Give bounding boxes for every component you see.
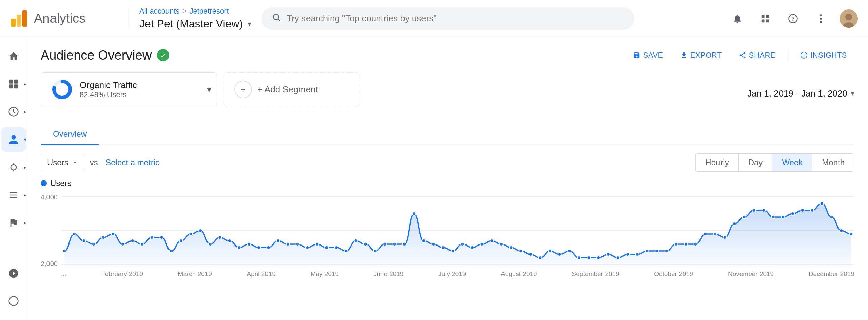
x-label-5: June 2019 xyxy=(374,270,404,278)
svg-point-50 xyxy=(267,246,270,249)
svg-text:?: ? xyxy=(791,16,795,22)
avatar[interactable] xyxy=(840,9,858,28)
app-header: Analytics All accounts > Jetpetresort Je… xyxy=(0,0,868,37)
svg-point-110 xyxy=(849,232,853,236)
svg-point-79 xyxy=(548,249,552,253)
page-header: Audience Overview SAVE xyxy=(41,47,854,63)
x-label-10: November 2019 xyxy=(728,270,774,278)
sidebar-item-acquisition[interactable]: ▸ xyxy=(1,155,26,179)
segment-info: Organic Traffic 82.48% Users xyxy=(80,80,137,99)
svg-point-30 xyxy=(73,232,76,236)
svg-rect-7 xyxy=(762,19,765,22)
sidebar-item-conversions[interactable]: ▸ xyxy=(1,211,26,235)
insights-button[interactable]: INSIGHTS xyxy=(793,47,854,63)
tab-overview[interactable]: Overview xyxy=(41,124,99,145)
save-button[interactable]: SAVE xyxy=(626,47,671,63)
segment-card-organic[interactable]: Organic Traffic 82.48% Users ▾ xyxy=(41,72,217,106)
svg-point-90 xyxy=(655,249,658,253)
chart-controls: Users vs. Select a metric Hourly Day Wee… xyxy=(41,153,854,172)
help-button[interactable]: ? xyxy=(784,9,802,28)
svg-point-37 xyxy=(140,242,144,246)
search-input[interactable] xyxy=(287,13,624,24)
share-button[interactable]: SHARE xyxy=(731,47,783,63)
svg-point-95 xyxy=(704,232,707,236)
segment-name: Organic Traffic xyxy=(80,80,137,90)
legend-label: Users xyxy=(50,178,72,188)
svg-point-73 xyxy=(490,239,493,242)
date-range-arrow-icon: ▾ xyxy=(851,89,854,98)
svg-point-62 xyxy=(383,242,387,246)
svg-point-97 xyxy=(723,236,726,239)
time-granularity: Hourly Day Week Month xyxy=(695,153,854,172)
svg-point-85 xyxy=(607,253,610,256)
x-label-6: July 2019 xyxy=(438,270,466,278)
svg-point-12 xyxy=(820,17,822,19)
more-options-button[interactable] xyxy=(812,9,830,28)
sidebar-item-home[interactable] xyxy=(1,44,26,68)
svg-point-104 xyxy=(791,212,794,215)
sidebar-item-audience[interactable]: ▾ xyxy=(1,127,26,152)
search-bar[interactable] xyxy=(261,7,634,30)
sidebar-behavior-expand-icon: ▸ xyxy=(24,192,26,198)
segment-dropdown-icon[interactable]: ▾ xyxy=(207,84,211,95)
breadcrumb-all[interactable]: All accounts xyxy=(139,7,180,16)
svg-point-56 xyxy=(325,246,328,249)
sidebar-item-discover[interactable] xyxy=(1,289,26,313)
save-label: SAVE xyxy=(643,51,663,60)
svg-point-46 xyxy=(228,239,231,242)
svg-point-106 xyxy=(810,209,814,212)
export-label: EXPORT xyxy=(690,51,722,60)
sidebar-item-behavior[interactable]: ▸ xyxy=(1,183,26,207)
app-body: ▸ ▸ ▾ ▸ ▸ xyxy=(0,37,868,320)
svg-rect-1 xyxy=(17,15,21,27)
vs-label: vs. xyxy=(90,158,100,167)
sidebar: ▸ ▸ ▾ ▸ ▸ xyxy=(0,37,27,320)
svg-point-77 xyxy=(529,253,532,256)
svg-point-38 xyxy=(150,236,154,239)
svg-point-70 xyxy=(461,242,464,246)
add-segment-label: + Add Segment xyxy=(257,84,318,95)
select-metric-link[interactable]: Select a metric xyxy=(105,158,159,167)
share-label: SHARE xyxy=(749,51,775,60)
svg-point-57 xyxy=(335,246,338,249)
date-range-selector[interactable]: Jan 1, 2019 - Jan 1, 2020 ▾ xyxy=(747,88,854,99)
svg-point-107 xyxy=(820,202,824,205)
metric-label: Users xyxy=(47,158,68,167)
sidebar-item-dashboard[interactable]: ▸ xyxy=(1,72,26,96)
grid-button[interactable] xyxy=(756,9,774,28)
x-label-11: December 2019 xyxy=(809,270,854,278)
svg-point-93 xyxy=(684,242,688,246)
metric-dropdown[interactable]: Users xyxy=(41,154,84,171)
gran-btn-week[interactable]: Week xyxy=(772,154,812,171)
svg-point-68 xyxy=(441,246,445,249)
y-axis-top: 4,000 xyxy=(41,193,58,201)
main-content: Audience Overview SAVE xyxy=(27,37,868,320)
svg-point-81 xyxy=(568,249,571,253)
tab-row: Overview xyxy=(41,124,854,145)
sidebar-item-realtime[interactable]: ▸ xyxy=(1,100,26,124)
svg-point-80 xyxy=(558,253,561,256)
export-button[interactable]: EXPORT xyxy=(673,47,729,63)
svg-point-69 xyxy=(451,249,455,253)
gran-btn-day[interactable]: Day xyxy=(739,154,773,171)
notification-button[interactable] xyxy=(728,9,747,28)
app-title: Analytics xyxy=(34,11,85,26)
svg-point-65 xyxy=(412,212,416,215)
x-label-1: February 2019 xyxy=(101,270,143,278)
header-divider xyxy=(129,8,129,29)
metric-dropdown-icon xyxy=(72,159,78,166)
svg-point-11 xyxy=(820,14,822,16)
gran-btn-month[interactable]: Month xyxy=(812,154,854,171)
add-segment-card[interactable]: + + Add Segment xyxy=(224,72,359,106)
breadcrumb-account[interactable]: Jetpetresort xyxy=(189,7,229,16)
account-selector[interactable]: Jet Pet (Master View) ▾ xyxy=(139,18,251,30)
svg-point-51 xyxy=(276,239,280,242)
gran-btn-hourly[interactable]: Hourly xyxy=(696,154,738,171)
x-label-8: September 2019 xyxy=(572,270,619,278)
sidebar-item-attribution[interactable] xyxy=(1,261,26,285)
x-axis: ... February 2019 March 2019 April 2019 … xyxy=(41,270,854,278)
svg-rect-17 xyxy=(9,80,13,84)
svg-point-100 xyxy=(752,209,755,212)
svg-point-31 xyxy=(82,239,85,242)
svg-point-87 xyxy=(626,253,629,256)
